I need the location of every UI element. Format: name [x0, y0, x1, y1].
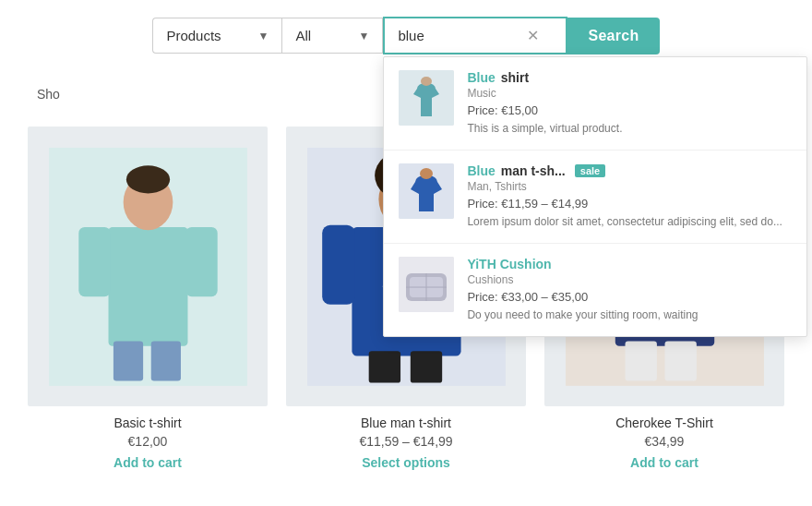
product-name-basic-tshirt: Basic t-shirt — [28, 416, 268, 430]
item-info-cushion: YiTH Cushion Cushions Price: €33,00 – €3… — [467, 257, 792, 323]
all-filter-chevron-icon: ▼ — [359, 30, 370, 42]
product-name-cherokee: Cherokee T-Shirt — [544, 416, 784, 430]
clear-search-icon[interactable]: ✕ — [523, 27, 543, 44]
products-filter-chevron-icon: ▼ — [258, 30, 269, 42]
item-thumb-cushion — [399, 257, 454, 312]
search-wrapper: ✕ Blue shirt — [383, 17, 567, 54]
svg-point-1 — [421, 77, 432, 86]
svg-rect-35 — [625, 341, 656, 380]
products-filter-label: Products — [166, 28, 221, 43]
item-category-blue-man: Man, Tshirts — [467, 180, 792, 193]
dropdown-item-blue-man-tshirt[interactable]: Blue man t-sh... sale Man, Tshirts Price… — [384, 151, 806, 244]
svg-point-3 — [420, 168, 433, 179]
svg-rect-12 — [78, 227, 110, 296]
item-thumb-blue-man — [399, 163, 454, 219]
add-to-cart-cherokee[interactable]: Add to cart — [630, 455, 699, 470]
sale-badge-blue-man: sale — [575, 164, 605, 177]
item-thumb-blue-shirt — [399, 70, 454, 126]
title-suffix: shirt — [501, 70, 529, 85]
product-price-basic-tshirt: €12,00 — [28, 434, 268, 449]
search-dropdown: Blue shirt Music Price: €15,00 This is a… — [383, 56, 807, 337]
item-desc-blue-man: Lorem ipsum dolor sit amet, consectetur … — [467, 213, 792, 230]
item-title-blue-shirt: Blue shirt — [467, 70, 792, 85]
item-price-cushion: Price: €33,00 – €35,00 — [467, 290, 792, 304]
item-info-blue-man: Blue man t-sh... sale Man, Tshirts Price… — [467, 163, 792, 230]
svg-rect-36 — [664, 341, 696, 380]
svg-point-16 — [125, 165, 169, 193]
product-price-cherokee: €34,99 — [544, 434, 784, 449]
svg-rect-15 — [150, 341, 180, 380]
select-options-blue-man[interactable]: Select options — [362, 455, 450, 470]
page-wrapper: Products ▼ All ▼ ✕ — [0, 0, 812, 506]
item-title-cushion: YiTH Cushion — [467, 257, 792, 271]
item-category-cushion: Cushions — [467, 273, 792, 286]
product-price-blue-man: €11,59 – €14,99 — [286, 434, 526, 449]
all-filter-dropdown[interactable]: All ▼ — [281, 18, 383, 54]
products-filter-dropdown[interactable]: Products ▼ — [152, 18, 281, 54]
toolbar: Products ▼ All ▼ ✕ — [0, 0, 812, 71]
product-card-basic-tshirt: Basic t-shirt €12,00 Add to cart — [18, 126, 277, 471]
add-to-cart-basic-tshirt[interactable]: Add to cart — [113, 455, 182, 470]
title-cushion-text: YiTH Cushion — [467, 257, 551, 271]
dropdown-item-cushion[interactable]: YiTH Cushion Cushions Price: €33,00 – €3… — [384, 244, 806, 336]
product-name-blue-man: Blue man t-shirt — [286, 416, 526, 430]
item-price-blue-man: Price: €11,59 – €14,99 — [467, 197, 792, 211]
svg-rect-20 — [322, 225, 354, 305]
item-desc-blue-shirt: This is a simple, virtual product. — [467, 120, 792, 137]
all-filter-label: All — [295, 28, 311, 43]
dropdown-item-blue-shirt[interactable]: Blue shirt Music Price: €15,00 This is a… — [384, 57, 806, 151]
item-desc-cushion: Do you need to make your sitting room, w… — [467, 307, 792, 323]
search-input-container: ✕ — [383, 17, 567, 54]
svg-rect-24 — [368, 351, 400, 382]
svg-rect-10 — [108, 227, 187, 346]
search-button[interactable]: Search — [567, 18, 659, 54]
item-title-blue-man: Blue man t-sh... sale — [467, 163, 792, 178]
item-category-blue-shirt: Music — [467, 87, 792, 100]
svg-rect-25 — [410, 351, 441, 382]
title-suffix-2: man t-sh... — [501, 163, 566, 178]
svg-rect-13 — [185, 227, 217, 296]
item-price-blue-shirt: Price: €15,00 — [467, 103, 792, 117]
item-info-blue-shirt: Blue shirt Music Price: €15,00 This is a… — [467, 70, 792, 137]
product-image-basic-tshirt — [28, 126, 268, 406]
title-highlight: Blue — [467, 70, 495, 85]
title-highlight-2: Blue — [467, 163, 495, 178]
search-input[interactable] — [394, 18, 523, 53]
svg-rect-14 — [113, 341, 142, 380]
